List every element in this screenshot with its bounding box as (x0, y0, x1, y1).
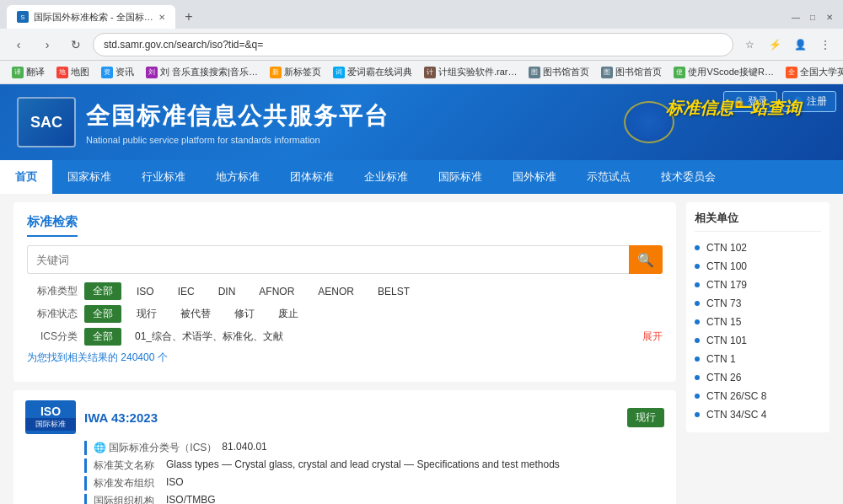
nav-item-foreign[interactable]: 国外标准 (497, 160, 572, 194)
sidebar-item-ctn179[interactable]: CTN 179 (695, 276, 821, 294)
sidebar-item-ctn101[interactable]: CTN 101 (695, 331, 821, 350)
bookmark-lib1[interactable]: 图 图书馆首页 (524, 64, 594, 80)
ics-filter-all[interactable]: 全部 (84, 328, 121, 346)
sidebar-item-ctn100[interactable]: CTN 100 (695, 257, 821, 276)
type-filter-din[interactable]: DIN (210, 284, 244, 299)
sidebar-section-units: 相关单位 CTN 102 CTN 100 CTN 179 CTN 73 (686, 202, 830, 432)
search-button[interactable]: 🔍 (629, 245, 663, 274)
bookmark-dict[interactable]: 词 爱词霸在线词典 (328, 64, 417, 80)
bookmark-lab[interactable]: 计 计组实验软件.rar… (419, 64, 523, 80)
bookmark-english-icon: 全 (786, 67, 797, 78)
address-bar[interactable]: std.samr.gov.cn/search/iso?tid=&q= (93, 33, 733, 56)
org-label: 标准发布组织 (94, 476, 161, 491)
bookmark-news[interactable]: 资 资讯 (96, 64, 139, 80)
ics-expand-button[interactable]: 展开 (642, 330, 663, 344)
logo-area: SAC 全国标准信息公共服务平台 National public service… (17, 97, 389, 147)
type-filter-iso[interactable]: ISO (128, 284, 163, 299)
sidebar-item-label: CTN 34/SC 4 (706, 409, 766, 421)
browser-chrome: S 国际国外标准检索 - 全国标准… ✕ + — □ ✕ ‹ › ↻ std.s… (0, 0, 843, 84)
bookmark-lib2[interactable]: 图 图书馆首页 (596, 64, 667, 80)
bookmark-newtab[interactable]: 新 新标签页 (265, 64, 326, 80)
bookmark-fanyi-label: 翻译 (26, 66, 45, 78)
bookmark-dict-icon: 词 (333, 67, 345, 78)
tab-close-btn[interactable]: ✕ (158, 13, 165, 22)
std-number[interactable]: IWA 43:2023 (84, 410, 619, 425)
state-filter-revision[interactable]: 修订 (226, 305, 263, 323)
sidebar-item-ctn34sc4[interactable]: CTN 34/SC 4 (695, 405, 821, 424)
back-button[interactable]: ‹ (7, 33, 30, 56)
sidebar-item-ctn102[interactable]: CTN 102 (695, 239, 821, 257)
sidebar-dot (695, 245, 700, 250)
page-content: 🔒 登录 👤 注册 SAC 全国标准信息公共服务平台 National publ… (0, 84, 843, 504)
bookmark-vscode[interactable]: 使 使用VScode接键R… (668, 64, 778, 80)
maximize-button[interactable]: □ (806, 12, 819, 22)
extensions-icon[interactable]: ⚡ (764, 34, 786, 56)
classification-value: 81.040.01 (222, 441, 664, 453)
nav-item-home[interactable]: 首页 (0, 160, 52, 194)
search-input[interactable] (27, 245, 629, 274)
state-filter-label: 标准状态 (27, 307, 78, 321)
sidebar-dot (695, 264, 700, 269)
site-header: 🔒 登录 👤 注册 SAC 全国标准信息公共服务平台 National publ… (0, 84, 843, 160)
sidebar-item-ctn73[interactable]: CTN 73 (695, 294, 821, 313)
nav-item-local[interactable]: 地方标准 (201, 160, 275, 194)
std-details: 🌐 国际标准分类号（ICS） 81.040.01 标准英文名称 Glass ty… (84, 441, 664, 504)
bookmark-map-icon: 地 (56, 67, 68, 78)
bookmark-vscode-label: 使用VScode接键R… (688, 66, 773, 78)
new-tab-button[interactable]: + (179, 7, 199, 27)
search-title: 标准检索 (27, 214, 78, 237)
state-filter-abolished[interactable]: 废止 (270, 305, 307, 323)
type-filter-afnor[interactable]: AFNOR (250, 284, 303, 299)
sidebar-dot (695, 301, 700, 306)
header-text: 全国标准信息公共服务平台 National public service pla… (86, 100, 389, 145)
sidebar-item-label: CTN 179 (706, 279, 747, 291)
ics-tags: 全部 01_综合、术语学、标准化、文献 (84, 328, 636, 346)
bookmark-lib2-icon: 图 (601, 67, 613, 78)
org-value: ISO (166, 476, 664, 488)
tab-favicon: S (17, 11, 29, 23)
bookmark-lab-label: 计组实验软件.rar… (438, 66, 518, 78)
search-section: 标准检索 🔍 标准类型 全部 ISO IEC DIN AFNOR AENOR (13, 202, 676, 382)
reload-button[interactable]: ↻ (64, 33, 88, 56)
bookmark-fanyi[interactable]: 译 翻译 (7, 64, 50, 80)
std-badge: ISO 国际标准 (25, 400, 76, 434)
profile-icon[interactable]: 👤 (789, 34, 811, 56)
sidebar-item-ctn26[interactable]: CTN 26 (695, 368, 821, 387)
type-filter-aenor[interactable]: AENOR (309, 284, 362, 299)
menu-icon[interactable]: ⋮ (814, 34, 836, 56)
nav-item-national[interactable]: 国家标准 (52, 160, 126, 194)
nav-item-group[interactable]: 团体标准 (275, 160, 349, 194)
sidebar-dot (695, 412, 700, 417)
nav-item-international[interactable]: 国际标准 (423, 160, 497, 194)
state-filter-row: 标准状态 全部 现行 被代替 修订 废止 (27, 305, 663, 323)
sidebar-item-label: CTN 26/SC 8 (706, 390, 766, 402)
type-filter-iec[interactable]: IEC (169, 284, 203, 299)
bookmark-english[interactable]: 全 全国大学英语四… (781, 64, 843, 80)
ics-filter-01[interactable]: 01_综合、术语学、标准化、文献 (126, 328, 292, 346)
forward-button[interactable]: › (35, 33, 59, 56)
sidebar-dot (695, 394, 700, 399)
sidebar-item-label: CTN 1 (706, 353, 736, 365)
active-tab[interactable]: S 国际国外标准检索 - 全国标准… ✕ (7, 5, 175, 29)
nav-item-demo[interactable]: 示范试点 (572, 160, 646, 194)
nav-item-committee[interactable]: 技术委员会 (646, 160, 731, 194)
nav-item-enterprise[interactable]: 企业标准 (349, 160, 423, 194)
state-filter-current[interactable]: 现行 (128, 305, 165, 323)
bookmark-music[interactable]: 刘 刘 音乐直接搜索|音乐… (141, 64, 263, 80)
close-button[interactable]: ✕ (823, 12, 836, 22)
slogan-text: 标准信息一站查询 (666, 97, 801, 120)
result-count-post: 个 (158, 351, 168, 363)
state-filter-replaced[interactable]: 被代替 (172, 305, 219, 323)
state-filter-all[interactable]: 全部 (84, 305, 121, 323)
nav-item-industry[interactable]: 行业标准 (126, 160, 201, 194)
type-filter-belst[interactable]: BELST (369, 284, 418, 299)
sidebar-item-ctn26sc8[interactable]: CTN 26/SC 8 (695, 387, 821, 405)
bookmark-star-icon[interactable]: ☆ (738, 34, 760, 56)
sidebar-item-ctn15[interactable]: CTN 15 (695, 313, 821, 331)
bookmark-news-icon: 资 (101, 67, 113, 78)
org-row: 标准发布组织 ISO (84, 476, 664, 491)
sidebar-item-ctn1[interactable]: CTN 1 (695, 350, 821, 368)
type-filter-all[interactable]: 全部 (84, 282, 121, 300)
minimize-button[interactable]: — (789, 12, 803, 22)
bookmark-map[interactable]: 地 地图 (51, 64, 94, 80)
